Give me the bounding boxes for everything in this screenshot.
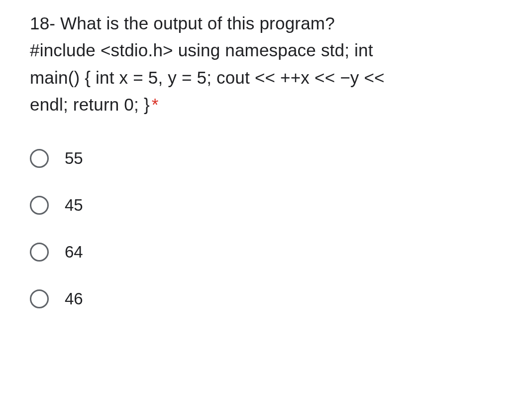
question-line-4: endl; return 0; } (30, 95, 150, 114)
question-text: 18- What is the output of this program? … (30, 10, 502, 118)
option-label: 46 (65, 289, 83, 308)
option-row-0[interactable]: 55 (30, 149, 502, 168)
required-asterisk: * (152, 95, 159, 114)
option-row-1[interactable]: 45 (30, 196, 502, 215)
radio-icon[interactable] (30, 289, 49, 308)
option-label: 45 (65, 196, 83, 215)
option-label: 55 (65, 149, 83, 168)
option-row-3[interactable]: 46 (30, 289, 502, 308)
options-list: 55 45 64 46 (30, 149, 502, 308)
radio-icon[interactable] (30, 149, 49, 168)
question-line-3: main() { int x = 5, y = 5; cout << ++x <… (30, 68, 385, 87)
option-row-2[interactable]: 64 (30, 243, 502, 262)
radio-icon[interactable] (30, 196, 49, 215)
question-line-1: 18- What is the output of this program? (30, 13, 335, 33)
question-line-2: #include <stdio.h> using namespace std; … (30, 40, 373, 60)
radio-icon[interactable] (30, 243, 49, 262)
option-label: 64 (65, 243, 83, 262)
